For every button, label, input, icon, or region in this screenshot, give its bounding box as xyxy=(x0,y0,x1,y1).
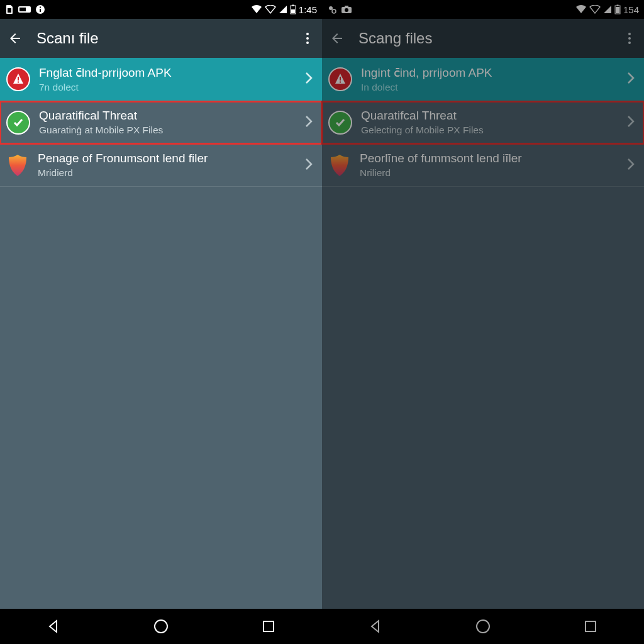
info-circle-icon xyxy=(35,4,45,14)
row-title: Quaratifical Threat xyxy=(39,109,296,123)
row-texts: Fnglat c̄lnd-prrijoom APK 7n dolect xyxy=(39,65,296,93)
wifi-icon-2 xyxy=(265,5,276,14)
row-title: Ingint c̄ind, prrijoom APK xyxy=(361,65,618,80)
nav-recent-button[interactable] xyxy=(247,619,291,633)
nav-home-button[interactable] xyxy=(139,618,183,635)
nav-home-button[interactable] xyxy=(461,618,505,635)
scan-result-row[interactable]: Peorlīne of fummsont lend iīler Nrilierd xyxy=(322,144,644,187)
svg-point-20 xyxy=(345,8,348,12)
svg-point-14 xyxy=(155,620,167,633)
row-subtitle: 7n dolect xyxy=(39,82,296,93)
battery-icon xyxy=(614,4,621,14)
scan-result-row[interactable]: Fnglat c̄lnd-prrijoom APK 7n dolect xyxy=(0,58,322,101)
row-texts: Quaratifical Threat Guaratinģ at Mobile … xyxy=(39,109,296,136)
scan-result-row[interactable]: Penage of Fronumsont lend filer Mridierd xyxy=(0,144,322,187)
svg-rect-23 xyxy=(616,7,619,13)
row-subtitle: Mridierd xyxy=(38,167,296,179)
sim-card-icon xyxy=(5,4,14,14)
wifi-icon xyxy=(251,5,262,14)
back-button[interactable] xyxy=(330,31,345,46)
mystery-icon-1 xyxy=(327,4,337,14)
svg-point-9 xyxy=(306,33,309,35)
scan-result-list: Ingint c̄ind, prrijoom APK In dolect Qua… xyxy=(322,58,644,609)
svg-rect-12 xyxy=(18,77,19,80)
row-texts: Penage of Fronumsont lend filer Mridierd xyxy=(38,152,296,179)
cell-signal-icon xyxy=(279,5,287,14)
check-icon xyxy=(328,111,352,135)
chevron-right-icon xyxy=(304,157,313,174)
alert-icon xyxy=(328,67,352,91)
wifi-icon-2 xyxy=(589,5,601,14)
svg-point-17 xyxy=(332,9,336,13)
row-subtitle: Guaratinģ at Mobile PX Files xyxy=(39,125,296,136)
svg-rect-15 xyxy=(264,621,274,631)
svg-rect-2 xyxy=(19,8,26,11)
svg-point-25 xyxy=(628,37,631,40)
alert-icon xyxy=(6,67,30,91)
row-title: Fnglat c̄lnd-prrijoom APK xyxy=(39,65,296,80)
row-subtitle: Nrilierd xyxy=(360,167,618,179)
svg-rect-8 xyxy=(291,9,295,13)
svg-rect-4 xyxy=(40,9,41,12)
status-left xyxy=(5,4,45,14)
svg-rect-0 xyxy=(8,8,11,13)
android-nav-bar xyxy=(0,609,322,644)
chevron-right-icon xyxy=(304,114,313,131)
nav-back-button[interactable] xyxy=(353,619,397,634)
svg-rect-27 xyxy=(340,77,341,80)
svg-point-10 xyxy=(306,37,309,40)
chevron-right-icon xyxy=(304,71,313,87)
scan-result-list: Fnglat c̄lnd-prrijoom APK 7n dolect Quar… xyxy=(0,58,322,609)
battery-icon xyxy=(290,4,296,14)
shield-icon xyxy=(6,153,29,177)
row-title: Peorlīne of fummsont lend iīler xyxy=(360,152,618,165)
row-texts: Ingint c̄ind, prrijoom APK In dolect xyxy=(361,65,618,93)
overflow-menu-button[interactable] xyxy=(301,31,314,45)
phone-left: 1:45 Scanı file Fnglat c̄lnd-prrijoom AP… xyxy=(0,0,322,644)
svg-point-29 xyxy=(477,620,489,633)
row-texts: Peorlīne of fummsont lend iīler Nrilierd xyxy=(360,152,618,179)
pill-icon xyxy=(18,5,31,14)
row-subtitle: Gelecting of Mobile PX Files xyxy=(361,125,618,136)
svg-point-24 xyxy=(628,33,631,35)
app-bar: Scang files xyxy=(322,19,644,58)
svg-rect-13 xyxy=(18,82,19,83)
svg-point-16 xyxy=(329,6,333,10)
page-title: Scang files xyxy=(358,30,609,47)
svg-rect-28 xyxy=(340,82,341,83)
svg-point-11 xyxy=(306,42,309,44)
chevron-right-icon xyxy=(626,157,635,174)
chevron-right-icon xyxy=(626,71,635,87)
cell-signal-icon xyxy=(603,5,612,14)
status-right: 154 xyxy=(575,4,639,15)
row-title: Quaratifcal Threat xyxy=(361,109,618,123)
svg-rect-19 xyxy=(345,6,348,8)
shield-icon xyxy=(328,153,351,177)
svg-rect-7 xyxy=(292,5,294,6)
status-left xyxy=(327,4,352,14)
android-nav-bar xyxy=(322,609,644,644)
nav-recent-button[interactable] xyxy=(569,619,613,633)
status-time: 1:45 xyxy=(299,4,317,15)
status-bar: 1:45 xyxy=(0,0,322,19)
status-time: 154 xyxy=(623,4,639,15)
app-bar: Scanı file xyxy=(0,19,322,58)
chevron-right-icon xyxy=(626,114,635,131)
row-texts: Quaratifcal Threat Gelecting of Mobile P… xyxy=(361,109,618,136)
row-subtitle: In dolect xyxy=(361,82,618,93)
overflow-menu-button[interactable] xyxy=(623,31,636,45)
scan-result-row-highlighted[interactable]: Quaratifical Threat Guaratinģ at Mobile … xyxy=(0,101,322,144)
back-button[interactable] xyxy=(8,31,23,46)
scan-result-row-highlighted[interactable]: Quaratifcal Threat Gelecting of Mobile P… xyxy=(322,101,644,144)
svg-rect-5 xyxy=(40,7,41,8)
svg-point-26 xyxy=(628,42,631,44)
row-title: Penage of Fronumsont lend filer xyxy=(38,152,296,165)
phone-right: 154 Scang files Ingint c̄ind, prrijoom A… xyxy=(322,0,644,644)
nav-back-button[interactable] xyxy=(31,619,75,634)
wifi-icon xyxy=(575,5,587,14)
scan-result-row[interactable]: Ingint c̄ind, prrijoom APK In dolect xyxy=(322,58,644,101)
svg-rect-22 xyxy=(616,5,618,6)
svg-rect-30 xyxy=(586,621,596,631)
check-icon xyxy=(6,111,30,135)
page-title: Scanı file xyxy=(36,30,287,47)
